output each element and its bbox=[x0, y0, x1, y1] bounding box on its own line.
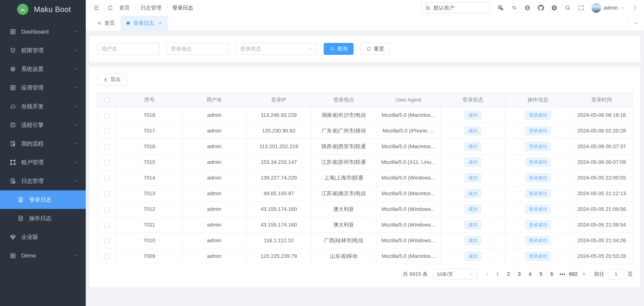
app-logo[interactable]: Maku Boot bbox=[0, 0, 86, 19]
operation-badge: 登录成功 bbox=[525, 142, 550, 151]
tabs-dropdown-button[interactable] bbox=[628, 16, 644, 31]
cell-checkbox bbox=[97, 170, 116, 186]
cell-status: 成功 bbox=[440, 233, 505, 248]
row-checkbox[interactable] bbox=[104, 207, 110, 212]
user-menu[interactable]: admin bbox=[592, 3, 624, 13]
sidebar-item-demo[interactable]: Demo bbox=[0, 246, 86, 265]
prev-page-button[interactable] bbox=[484, 271, 490, 277]
page-number[interactable]: 4 bbox=[525, 271, 536, 277]
tab-login-log[interactable]: 登录日志 bbox=[121, 16, 168, 31]
cell-username: admin bbox=[182, 248, 246, 264]
page-number[interactable]: 3 bbox=[514, 271, 525, 277]
sidebar-item-dashboard[interactable]: Dashboard bbox=[0, 22, 86, 41]
cell-status: 成功 bbox=[440, 170, 505, 186]
search-icon bbox=[330, 46, 335, 52]
tab-home[interactable]: 首页 bbox=[92, 16, 121, 31]
username-filter-input[interactable] bbox=[97, 43, 160, 55]
tabs-bar: 首页 登录日志 bbox=[86, 16, 644, 31]
close-icon[interactable] bbox=[158, 21, 162, 25]
page-size-select[interactable]: 10条/页 bbox=[433, 269, 477, 279]
operation-badge: 登录成功 bbox=[525, 205, 550, 214]
sidebar-item-flow-engine[interactable]: 流程引擎 bbox=[0, 116, 86, 134]
page-number[interactable]: 1 bbox=[492, 271, 503, 277]
page-number[interactable]: 5 bbox=[536, 271, 546, 277]
chevron-down-icon bbox=[469, 272, 473, 276]
sidebar-item-system[interactable]: 系统设置 bbox=[0, 60, 86, 78]
cell-location: 澳大利亚 bbox=[311, 201, 376, 217]
sidebar-item-my-flow[interactable]: 我的流程 bbox=[0, 134, 86, 153]
gitee-icon[interactable] bbox=[551, 5, 558, 11]
kebab-menu-icon[interactable] bbox=[632, 5, 638, 11]
breadcrumb-section[interactable]: 日志管理 bbox=[140, 4, 162, 11]
cell-login-time: 2024-05-05 22:00:55 bbox=[571, 170, 633, 186]
page-number[interactable]: 2 bbox=[503, 271, 514, 277]
row-checkbox[interactable] bbox=[104, 238, 110, 243]
maku-logo-icon bbox=[17, 4, 28, 15]
next-page-button[interactable] bbox=[581, 271, 586, 277]
location-filter-input[interactable] bbox=[166, 43, 229, 55]
page-numbers: 123456 bbox=[492, 271, 557, 277]
fullscreen-icon[interactable] bbox=[578, 5, 584, 11]
sidebar-item-login-log[interactable]: 登录日志 bbox=[0, 190, 86, 209]
globe-icon[interactable] bbox=[524, 5, 531, 11]
more-pages-button[interactable]: ••• bbox=[557, 271, 568, 277]
sidebar-item-enterprise[interactable]: 企业版 bbox=[0, 228, 86, 246]
chevron-right-icon bbox=[165, 6, 169, 10]
export-button[interactable]: 导出 bbox=[97, 74, 127, 86]
row-checkbox[interactable] bbox=[104, 176, 110, 181]
gem-icon bbox=[10, 234, 16, 240]
cell-user-agent: Mozilla/5.0 (Macintos... bbox=[376, 107, 440, 123]
sidebar-item-auth[interactable]: 权限管理 bbox=[0, 41, 86, 60]
search-icon[interactable] bbox=[564, 5, 571, 11]
row-checkbox[interactable] bbox=[104, 254, 110, 259]
row-checkbox[interactable] bbox=[104, 113, 110, 118]
row-checkbox[interactable] bbox=[104, 129, 110, 134]
sidebar-item-apps[interactable]: 应用管理 bbox=[0, 78, 86, 97]
main-area: 首页 日志管理 登录日志 默认租户 a bbox=[86, 0, 644, 306]
github-icon[interactable] bbox=[538, 5, 544, 11]
refresh-icon[interactable] bbox=[107, 5, 113, 11]
doc-icon bbox=[18, 215, 24, 221]
sidebar-item-label: 租户管理 bbox=[21, 159, 68, 166]
sidebar-item-log[interactable]: 日志管理 bbox=[0, 172, 86, 190]
cell-login-ip: 43.155.174.160 bbox=[246, 201, 311, 217]
gear-icon bbox=[10, 66, 16, 72]
cell-login-time: 2024-05-06 08:18:16 bbox=[571, 107, 633, 123]
pagination: 共 6915 条 10条/页 123456 ••• 692 前往 bbox=[97, 269, 633, 279]
row-checkbox[interactable] bbox=[104, 223, 110, 228]
tenant-select[interactable]: 默认租户 bbox=[421, 2, 490, 14]
select-all-checkbox[interactable] bbox=[104, 98, 110, 103]
cell-seq: 7013 bbox=[116, 186, 182, 201]
font-size-icon[interactable] bbox=[511, 5, 517, 11]
breadcrumb: 首页 日志管理 登录日志 bbox=[119, 4, 193, 11]
cell-user-agent: Mozilla/5.0 (Windows... bbox=[376, 217, 440, 233]
collapse-sidebar-icon[interactable] bbox=[93, 5, 100, 11]
cell-username: admin bbox=[182, 186, 246, 201]
status-badge: 成功 bbox=[465, 252, 481, 261]
operation-badge: 登录成功 bbox=[525, 173, 550, 182]
translate-icon[interactable] bbox=[498, 5, 504, 11]
sidebar-item-online-dev[interactable]: 在线开发 bbox=[0, 97, 86, 116]
query-button[interactable]: 查询 bbox=[324, 43, 354, 55]
col-user-agent: User Agent bbox=[376, 92, 440, 107]
sidebar-item-tenant[interactable]: 租户管理 bbox=[0, 153, 86, 172]
page-number[interactable]: 6 bbox=[546, 271, 557, 277]
status-filter-select[interactable]: 登录状态 bbox=[236, 43, 317, 55]
row-checkbox[interactable] bbox=[104, 191, 110, 196]
breadcrumb-home[interactable]: 首页 bbox=[119, 4, 130, 11]
sidebar-nav: Dashboard权限管理系统设置应用管理在线开发流程引擎我的流程租户管理日志管… bbox=[0, 19, 86, 306]
row-checkbox[interactable] bbox=[104, 144, 110, 149]
cell-checkbox bbox=[97, 139, 116, 154]
sidebar-item-operation-log[interactable]: 操作日志 bbox=[0, 209, 86, 228]
reset-button[interactable]: 重置 bbox=[360, 43, 390, 55]
cell-checkbox bbox=[97, 201, 116, 217]
sidebar-item-label: 系统设置 bbox=[21, 65, 68, 73]
table-row: 7015admin153.34.233.147江苏省|苏州市|联通Mozilla… bbox=[97, 154, 633, 170]
row-checkbox[interactable] bbox=[104, 160, 110, 165]
cell-user-agent: Mozilla/5.0 (Windows... bbox=[376, 170, 440, 186]
table-row: 7011admin43.155.174.160澳大利亚Mozilla/5.0 (… bbox=[97, 217, 633, 233]
cell-username: admin bbox=[182, 139, 246, 154]
cell-username: admin bbox=[182, 170, 246, 186]
goto-page-input[interactable] bbox=[608, 269, 624, 279]
last-page-number[interactable]: 692 bbox=[568, 271, 579, 277]
